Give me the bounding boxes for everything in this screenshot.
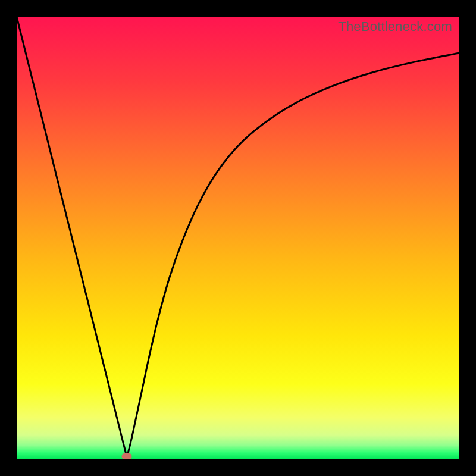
chart-svg <box>17 17 459 459</box>
gradient-background <box>17 17 459 459</box>
watermark-text: TheBottleneck.com <box>338 19 452 35</box>
plot-area: TheBottleneck.com <box>17 17 459 459</box>
minimum-marker <box>122 453 132 459</box>
chart-container: TheBottleneck.com <box>0 0 476 476</box>
